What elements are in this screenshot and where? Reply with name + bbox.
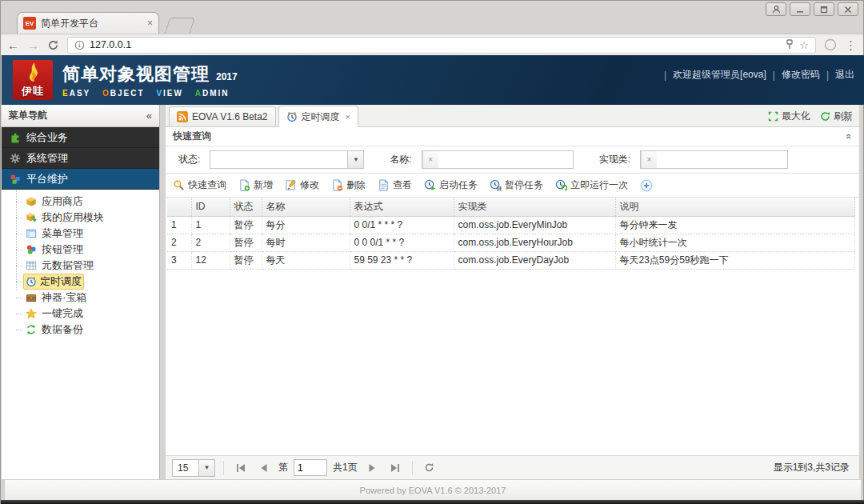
- close-button[interactable]: [838, 2, 858, 16]
- browser-menu-icon[interactable]: ⋮: [845, 39, 857, 51]
- title-block: 简单对象视图管理2017 EASY OBJECT VIEW ADMIN: [62, 62, 238, 98]
- sidebar-item-scheduler[interactable]: 定时调度: [22, 274, 159, 290]
- impl-class-label: 实现类:: [599, 153, 630, 166]
- view-button[interactable]: 查看: [378, 178, 412, 192]
- col-status[interactable]: 状态: [230, 198, 262, 216]
- sidebar-item-menu-manage[interactable]: 菜单管理: [22, 226, 159, 242]
- doc-view-icon: [378, 179, 390, 191]
- doc-add-icon: [238, 179, 250, 191]
- more-actions-button[interactable]: [640, 179, 653, 192]
- browser-tab[interactable]: EV 简单开发平台 ×: [17, 12, 159, 34]
- maximize-button[interactable]: [814, 2, 834, 16]
- back-icon[interactable]: ←: [7, 39, 19, 51]
- sidebar-item-button-manage[interactable]: 按钮管理: [22, 242, 159, 258]
- record-summary: 显示1到3,共3记录: [774, 461, 853, 474]
- subtitle: EASY OBJECT VIEW ADMIN: [62, 89, 238, 98]
- sidebar-item-metadata-manage[interactable]: 元数据管理: [22, 258, 159, 274]
- sidebar-item-app-store[interactable]: 应用商店: [22, 194, 159, 210]
- pause-task-button[interactable]: 暂停任务: [490, 178, 543, 192]
- grid-toolbar: 快速查询 新增 修改 删除 查看: [166, 174, 859, 198]
- quick-query-panel-header: 快速查询 «: [166, 127, 859, 146]
- quick-query-button[interactable]: 快速查询: [173, 178, 226, 192]
- filter-row: 状态: ▼ 名称: × 实现类: ×: [166, 146, 859, 174]
- page-input[interactable]: [294, 459, 327, 476]
- col-name[interactable]: 名称: [262, 198, 350, 216]
- forward-icon[interactable]: →: [27, 39, 39, 51]
- name-input[interactable]: ×: [422, 150, 574, 169]
- clear-icon[interactable]: ×: [641, 151, 657, 168]
- sidebar-group-platform[interactable]: 平台维护: [2, 169, 159, 190]
- status-select[interactable]: ▼: [210, 150, 364, 169]
- chevron-down-icon[interactable]: ▼: [198, 460, 214, 476]
- rss-icon: [177, 111, 188, 122]
- page-size-select[interactable]: 15 ▼: [172, 459, 215, 477]
- cell: 1: [167, 216, 191, 234]
- sidebar-header: 菜单导航 «: [2, 105, 159, 127]
- bookmark-star-icon[interactable]: ☆: [799, 40, 809, 50]
- sidebar-title: 菜单导航: [9, 109, 47, 122]
- sidebar-item-treasure-box[interactable]: 神器·宝箱: [22, 290, 159, 306]
- table-row[interactable]: 1 1 暂停 每分 0 0/1 * * * ? com.oss.job.Ever…: [167, 216, 855, 234]
- col-rownum[interactable]: [167, 198, 191, 216]
- clear-icon[interactable]: ×: [422, 151, 438, 168]
- page-info-icon[interactable]: [74, 40, 85, 50]
- run-once-button[interactable]: 立即运行一次: [555, 178, 628, 192]
- table-row[interactable]: 2 2 暂停 每时 0 0 0/1 * * ? com.oss.job.Ever…: [167, 234, 855, 251]
- reload-grid-icon[interactable]: [421, 459, 438, 477]
- pin-icon[interactable]: [785, 39, 794, 50]
- tab-scheduler[interactable]: 定时调度 ×: [278, 106, 358, 127]
- col-id[interactable]: ID: [191, 198, 230, 216]
- app-header: 伊哇 简单对象视图管理2017 EASY OBJECT VIEW ADMIN |…: [2, 55, 864, 105]
- cell: 12: [191, 251, 230, 269]
- url-text: 127.0.0.1: [90, 39, 131, 50]
- first-page-button[interactable]: [232, 459, 250, 477]
- profile-icon[interactable]: [766, 2, 786, 16]
- add-button[interactable]: 新增: [238, 178, 273, 192]
- cell: 0 0/1 * * * ?: [350, 216, 454, 234]
- reload-icon[interactable]: [47, 39, 59, 51]
- sidebar-item-one-click[interactable]: 一键完成: [22, 306, 159, 322]
- last-page-button[interactable]: [386, 459, 404, 477]
- sidebar-item-data-backup[interactable]: 数据备份: [22, 322, 159, 338]
- table-row[interactable]: 3 12 暂停 每天 59 59 23 * * ? com.oss.job.Ev…: [167, 251, 855, 269]
- doc-remove-icon: [331, 179, 343, 191]
- cell: 暂停: [230, 216, 262, 234]
- sidebar-collapse-icon[interactable]: «: [146, 110, 152, 122]
- start-task-button[interactable]: 启动任务: [424, 178, 478, 192]
- sidebar-item-my-modules[interactable]: 我的应用模块: [22, 210, 159, 226]
- cell: 暂停: [230, 251, 262, 269]
- col-expression[interactable]: 表达式: [350, 198, 454, 216]
- tab-close-icon[interactable]: ×: [147, 18, 153, 29]
- cell: 2: [191, 234, 230, 251]
- change-password-link[interactable]: 修改密码: [782, 68, 820, 82]
- puzzle-icon: [10, 132, 21, 143]
- gear-icon: [10, 153, 21, 164]
- scheduler-table: ID 状态 名称 表达式 实现类 说明 1 1 暂停 每分 0 0/1 * * …: [167, 198, 855, 270]
- cell: 每小时统计一次: [615, 234, 855, 251]
- col-description[interactable]: 说明: [615, 198, 855, 216]
- address-bar[interactable]: 127.0.0.1 ☆: [67, 37, 816, 54]
- panel-collapse-icon[interactable]: «: [843, 134, 855, 139]
- footer-text: Powered by EOVA V1.6 © 2013-2017: [360, 486, 506, 495]
- refresh-panel-button[interactable]: 刷新: [820, 110, 853, 123]
- extension-icon[interactable]: [824, 38, 837, 51]
- logout-link[interactable]: 退出: [835, 68, 854, 82]
- sidebar-group-business[interactable]: 综合业务: [2, 127, 159, 148]
- col-impl-class[interactable]: 实现类: [454, 198, 615, 216]
- page-title: 简单对象视图管理: [62, 64, 210, 84]
- window-bottom-edge: [1, 500, 864, 504]
- next-page-button[interactable]: [363, 459, 381, 477]
- edit-button[interactable]: 修改: [285, 178, 319, 192]
- treasure-box-icon: [26, 292, 37, 303]
- impl-class-input[interactable]: ×: [640, 150, 788, 169]
- chevron-down-icon[interactable]: ▼: [347, 151, 363, 168]
- new-tab-button[interactable]: [165, 18, 195, 33]
- tab-close-icon[interactable]: ×: [346, 112, 350, 122]
- sidebar-group-system[interactable]: 系统管理: [2, 148, 159, 169]
- maximize-panel-button[interactable]: 最大化: [768, 110, 810, 123]
- delete-button[interactable]: 删除: [331, 178, 366, 192]
- cell: com.oss.job.EveryDayJob: [454, 251, 615, 269]
- minimize-button[interactable]: [790, 2, 810, 16]
- prev-page-button[interactable]: [255, 459, 273, 477]
- tab-eova-home[interactable]: EOVA V1.6 Beta2: [169, 106, 276, 126]
